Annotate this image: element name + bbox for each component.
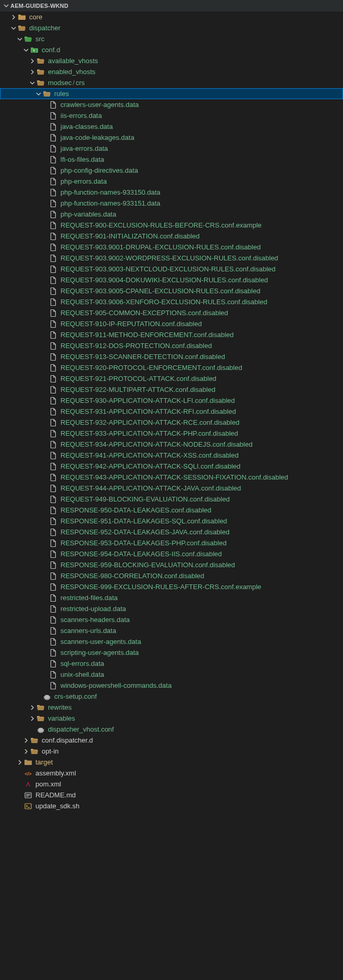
tree-file[interactable]: ·REQUEST-934-APPLICATION-ATTACK-NODEJS.c… <box>0 439 343 450</box>
tree-file[interactable]: ·REQUEST-903.9005-CPANEL-EXCLUSION-RULES… <box>0 285 343 296</box>
tree-file[interactable]: ·lfi-os-files.data <box>0 154 343 165</box>
tree-folder[interactable]: src <box>0 33 343 44</box>
tree-file[interactable]: ·RESPONSE-952-DATA-LEAKAGES-JAVA.conf.di… <box>0 527 343 537</box>
tree-file[interactable]: ·REQUEST-944-APPLICATION-ATTACK-JAVA.con… <box>0 483 343 494</box>
tree-file[interactable]: ·REQUEST-913-SCANNER-DETECTION.conf.disa… <box>0 351 343 362</box>
tree-file[interactable]: ·scanners-headers.data <box>0 614 343 625</box>
chevron-down-icon[interactable] <box>22 47 30 53</box>
tree-file[interactable]: ·REQUEST-942-APPLICATION-ATTACK-SQLI.con… <box>0 461 343 472</box>
chevron-down-icon[interactable] <box>16 36 24 42</box>
chevron-right-icon[interactable] <box>16 759 24 766</box>
file-explorer-tree[interactable]: AEM-GUIDES-WKNDcoredispatchersrcNconf.da… <box>0 0 343 817</box>
tree-file[interactable]: ·README.md <box>0 790 343 800</box>
tree-folder[interactable]: opt-in <box>0 746 343 757</box>
tree-file[interactable]: ·php-function-names-933151.data <box>0 198 343 209</box>
tree-file[interactable]: ·REQUEST-903.9003-NEXTCLOUD-EXCLUSION-RU… <box>0 264 343 274</box>
item-label: REQUEST-912-DOS-PROTECTION.conf.disabled <box>60 342 212 350</box>
tree-file[interactable]: ·scripting-user-agents.data <box>0 647 343 658</box>
tree-file[interactable]: ·php-config-directives.data <box>0 165 343 176</box>
tree-file[interactable]: ·RESPONSE-999-EXCLUSION-RULES-AFTER-CRS.… <box>0 581 343 592</box>
tree-file[interactable]: ·REQUEST-903.9006-XENFORO-EXCLUSION-RULE… <box>0 296 343 307</box>
tree-file[interactable]: ·sql-errors.data <box>0 658 343 669</box>
tree-file[interactable]: ·scanners-user-agents.data <box>0 636 343 647</box>
tree-file[interactable]: ·REQUEST-941-APPLICATION-ATTACK-XSS.conf… <box>0 450 343 461</box>
tree-file[interactable]: ·php-errors.data <box>0 176 343 187</box>
tree-file[interactable]: ·REQUEST-932-APPLICATION-ATTACK-RCE.conf… <box>0 417 343 428</box>
tree-file[interactable]: ·REQUEST-912-DOS-PROTECTION.conf.disable… <box>0 340 343 351</box>
tree-folder[interactable]: core <box>0 11 343 22</box>
chevron-down-icon[interactable] <box>9 25 18 31</box>
tree-file[interactable]: ·REQUEST-903.9001-DRUPAL-EXCLUSION-RULES… <box>0 242 343 253</box>
tree-file[interactable]: ·php-variables.data <box>0 209 343 220</box>
tree-file[interactable]: ·REQUEST-933-APPLICATION-ATTACK-PHP.conf… <box>0 428 343 439</box>
chevron-right-icon[interactable] <box>28 704 36 711</box>
chevron-down-icon[interactable] <box>34 91 43 97</box>
tree-folder[interactable]: dispatcher <box>0 22 343 33</box>
tree-file[interactable]: ·php-function-names-933150.data <box>0 187 343 198</box>
chevron-down-icon[interactable] <box>28 80 36 86</box>
chevron-right-icon[interactable] <box>22 737 30 744</box>
chevron-down-icon[interactable] <box>2 3 10 9</box>
svg-text:N: N <box>33 49 35 52</box>
tree-file[interactable]: ·REQUEST-949-BLOCKING-EVALUATION.conf.di… <box>0 494 343 505</box>
tree-file[interactable]: ·restricted-files.data <box>0 592 343 603</box>
tree-file[interactable]: ·java-classes.data <box>0 121 343 132</box>
tree-folder[interactable]: modsec/crs <box>0 77 343 88</box>
tree-file[interactable]: ·scanners-urls.data <box>0 625 343 636</box>
tree-folder[interactable]: target <box>0 757 343 768</box>
tree-file[interactable]: ·REQUEST-903.9004-DOKUWIKI-EXCLUSION-RUL… <box>0 274 343 285</box>
tree-file[interactable]: ·REQUEST-931-APPLICATION-ATTACK-RFI.conf… <box>0 406 343 417</box>
tree-file[interactable]: ·REQUEST-900-EXCLUSION-RULES-BEFORE-CRS.… <box>0 220 343 231</box>
file-icon <box>49 199 57 208</box>
file-icon <box>49 451 57 460</box>
chevron-right-icon[interactable] <box>28 69 36 75</box>
tree-file[interactable]: ·unix-shell.data <box>0 669 343 680</box>
tree-file[interactable]: ·RESPONSE-980-CORRELATION.conf.disabled <box>0 570 343 581</box>
explorer-header[interactable]: AEM-GUIDES-WKND <box>0 0 343 11</box>
chevron-right-icon[interactable] <box>28 715 36 722</box>
tree-file[interactable]: ·REQUEST-930-APPLICATION-ATTACK-LFI.conf… <box>0 395 343 406</box>
tree-folder[interactable]: rules <box>0 88 343 99</box>
tree-file[interactable]: ·</>assembly.xml <box>0 768 343 779</box>
file-icon <box>49 517 57 525</box>
tree-file[interactable]: ·windows-powershell-commands.data <box>0 680 343 691</box>
tree-file[interactable]: ·RESPONSE-954-DATA-LEAKAGES-IIS.conf.dis… <box>0 548 343 559</box>
tree-folder[interactable]: variables <box>0 713 343 724</box>
tree-file[interactable]: ·RESPONSE-959-BLOCKING-EVALUATION.conf.d… <box>0 559 343 570</box>
tree-file[interactable]: ·REQUEST-911-METHOD-ENFORCEMENT.conf.dis… <box>0 329 343 340</box>
tree-file[interactable]: ·restricted-upload.data <box>0 603 343 614</box>
tree-file[interactable]: ·REQUEST-901-INITIALIZATION.conf.disable… <box>0 231 343 242</box>
item-label: php-function-names-933150.data <box>60 188 161 196</box>
shell-file-icon <box>24 802 32 810</box>
tree-file[interactable]: ·REQUEST-905-COMMON-EXCEPTIONS.conf.disa… <box>0 307 343 318</box>
tree-file[interactable]: ·iis-errors.data <box>0 110 343 121</box>
tree-file[interactable]: ·REQUEST-943-APPLICATION-ATTACK-SESSION-… <box>0 472 343 483</box>
tree-file[interactable]: ·REQUEST-920-PROTOCOL-ENFORCEMENT.conf.d… <box>0 362 343 373</box>
tree-folder[interactable]: rewrites <box>0 702 343 713</box>
item-label: sql-errors.data <box>60 660 104 667</box>
tree-file[interactable]: ·REQUEST-910-IP-REPUTATION.conf.disabled <box>0 318 343 329</box>
chevron-right-icon[interactable] <box>28 58 36 64</box>
tree-file[interactable]: ·RESPONSE-953-DATA-LEAKAGES-PHP.conf.dis… <box>0 537 343 548</box>
tree-file[interactable]: ·REQUEST-903.9002-WORDPRESS-EXCLUSION-RU… <box>0 253 343 264</box>
tree-file[interactable]: ·RESPONSE-950-DATA-LEAKAGES.conf.disable… <box>0 505 343 516</box>
tree-file[interactable]: ·crawlers-user-agents.data <box>0 99 343 110</box>
item-label: scanners-headers.data <box>60 616 130 624</box>
tree-file[interactable]: ·java-errors.data <box>0 143 343 154</box>
tree-file[interactable]: ·pom.xml <box>0 779 343 790</box>
chevron-right-icon[interactable] <box>9 14 18 20</box>
tree-file[interactable]: ·update_sdk.sh <box>0 800 343 811</box>
tree-file[interactable]: ·REQUEST-921-PROTOCOL-ATTACK.conf.disabl… <box>0 373 343 384</box>
item-label: README.md <box>35 791 76 799</box>
tree-folder[interactable]: conf.dispatcher.d <box>0 735 343 746</box>
tree-folder[interactable]: enabled_vhosts <box>0 66 343 77</box>
tree-file[interactable]: ·REQUEST-922-MULTIPART-ATTACK.conf.disab… <box>0 384 343 395</box>
tree-file[interactable]: ·RESPONSE-951-DATA-LEAKAGES-SQL.conf.dis… <box>0 516 343 527</box>
tree-file[interactable]: ·crs-setup.conf <box>0 691 343 702</box>
tree-folder[interactable]: available_vhosts <box>0 55 343 66</box>
tree-folder[interactable]: Nconf.d <box>0 44 343 55</box>
tree-file[interactable]: ·java-code-leakages.data <box>0 132 343 143</box>
item-label: REQUEST-903.9005-CPANEL-EXCLUSION-RULES.… <box>60 287 260 295</box>
tree-file[interactable]: ·dispatcher_vhost.conf <box>0 724 343 735</box>
chevron-right-icon[interactable] <box>22 748 30 755</box>
